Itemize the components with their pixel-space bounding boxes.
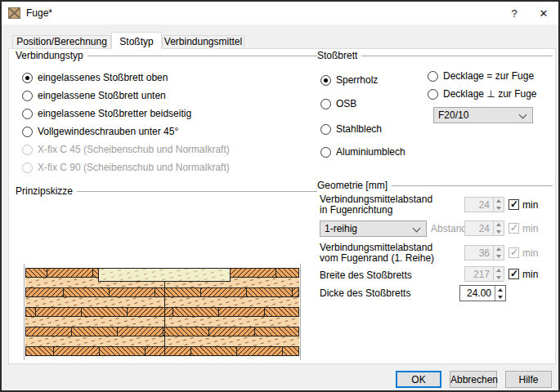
radio-decklage-senkrecht[interactable]: Decklage ⊥ zur Fuge bbox=[428, 87, 537, 100]
radio-icon bbox=[320, 124, 331, 135]
label-abstand-fugenrichtung: Verbindungsmittelabstandin Fugenrichtung bbox=[320, 194, 432, 216]
radio-xfix-c90: X-fix C 90 (Scheibenschub und Normalkraf… bbox=[22, 161, 230, 174]
close-icon[interactable]: ✕ bbox=[529, 2, 558, 24]
radio-icon bbox=[22, 163, 33, 173]
spinner-dicke-stossbrett[interactable]: 24.00 bbox=[459, 285, 506, 301]
spinner-abstand-reihe: 24 bbox=[464, 220, 504, 236]
checkbox-min-row1[interactable] bbox=[508, 199, 519, 210]
tab-position-berechnung[interactable]: Position/Berechnung bbox=[12, 35, 111, 48]
spinner-abstand-fugenrichtung: 24 bbox=[464, 197, 504, 212]
radio-stahlblech[interactable]: Stahlblech bbox=[320, 122, 382, 136]
spinner-down-icon bbox=[494, 205, 504, 212]
label-dicke-stossbrett: Dicke des Stoßbretts bbox=[320, 288, 410, 299]
fuge-dialog: Fuge* ? ✕ Position/Berechnung Stoßtyp Ve… bbox=[0, 0, 560, 392]
tab-page-stosstyp: Verbindungstyp eingelassenes Stoßbrett o… bbox=[8, 48, 556, 364]
help-titlebar-button[interactable]: ? bbox=[500, 2, 529, 24]
titlebar: Fuge* ? ✕ bbox=[2, 2, 558, 24]
radio-icon bbox=[22, 91, 33, 101]
radio-icon bbox=[22, 109, 33, 119]
spinner-down-icon bbox=[495, 293, 505, 301]
label-breite-stossbrett: Breite des Stoßbretts bbox=[320, 270, 412, 281]
spinner-breite-stossbrett: 217 bbox=[464, 266, 504, 282]
radio-aluminiumblech[interactable]: Aluminiumblech bbox=[320, 145, 405, 158]
spinner-up-icon bbox=[494, 198, 504, 205]
group-prinzipskizze: Prinzipskizze bbox=[16, 185, 317, 197]
spinner-up-icon bbox=[494, 246, 504, 253]
spinner-up-icon bbox=[494, 221, 504, 229]
checkbox-min-row3 bbox=[508, 247, 519, 258]
radio-icon bbox=[428, 71, 438, 82]
chevron-down-icon bbox=[413, 225, 420, 233]
spinner-down-icon bbox=[494, 253, 504, 261]
radio-icon bbox=[320, 75, 331, 86]
group-title: Stoßbrett bbox=[317, 50, 357, 61]
radio-vollgewindeschrauben[interactable]: Vollgewindeschrauben unter 45° bbox=[22, 125, 178, 138]
radio-icon bbox=[22, 145, 33, 155]
tab-stosstyp[interactable]: Stoßtyp bbox=[111, 32, 162, 49]
group-title: Verbindungstyp bbox=[16, 50, 83, 61]
window-title: Fuge* bbox=[26, 7, 52, 19]
label-abstand: Abstand bbox=[431, 224, 467, 234]
label-min: min bbox=[522, 247, 538, 259]
radio-icon bbox=[428, 89, 438, 100]
cancel-button[interactable]: Abbrechen bbox=[450, 371, 497, 388]
spinner-up-icon bbox=[495, 286, 505, 293]
radio-stossbrett-oben[interactable]: eingelassenes Stoßbrett oben bbox=[22, 71, 168, 84]
group-stossbrett: Stoßbrett bbox=[317, 50, 553, 61]
chevron-down-icon bbox=[519, 112, 526, 119]
radio-icon bbox=[320, 99, 331, 109]
radio-stossbretter-beidseitig[interactable]: eingelassene Stoßbretter beidseitig bbox=[22, 107, 191, 120]
help-button[interactable]: Hilfe bbox=[505, 371, 552, 388]
ok-button[interactable]: OK bbox=[396, 371, 441, 388]
radio-icon bbox=[22, 127, 33, 137]
radio-osb[interactable]: OSB bbox=[320, 97, 356, 110]
radio-decklage-parallel[interactable]: Decklage = zur Fuge bbox=[428, 69, 534, 82]
label-min: min bbox=[522, 223, 538, 234]
spinner-abstand-fugenrand: 36 bbox=[464, 245, 504, 261]
group-title: Geometrie [mm] bbox=[317, 180, 388, 191]
radio-icon bbox=[320, 147, 331, 158]
spinner-down-icon bbox=[494, 229, 504, 236]
checkbox-min-row2 bbox=[508, 223, 519, 234]
spinner-up-icon bbox=[494, 267, 504, 274]
grade-dropdown[interactable]: F20/10 bbox=[433, 107, 533, 123]
radio-stossbrett-unten[interactable]: eingelassene Stoßbrett unten bbox=[22, 89, 166, 102]
spinner-down-icon bbox=[494, 274, 504, 282]
radio-xfix-c45: X-fix C 45 (Scheibenschub und Normalkraf… bbox=[22, 143, 230, 156]
group-title: Prinzipskizze bbox=[16, 185, 73, 197]
group-verbindungstyp: Verbindungstyp bbox=[16, 50, 317, 61]
prinzipskizze-drawing bbox=[22, 262, 302, 362]
reihen-dropdown[interactable]: 1-reihig bbox=[320, 220, 427, 237]
group-geometrie: Geometrie [mm] bbox=[317, 180, 553, 191]
radio-sperrholz[interactable]: Sperrholz bbox=[320, 74, 378, 87]
label-min: min bbox=[522, 269, 538, 280]
window-icon bbox=[8, 7, 20, 19]
tab-verbindungsmittel[interactable]: Verbindungsmittel bbox=[162, 35, 244, 48]
radio-icon bbox=[22, 73, 33, 83]
label-abstand-fugenrand: Verbindungsmittelabstandvom Fugenrand (1… bbox=[320, 243, 434, 264]
checkbox-min-row4[interactable] bbox=[508, 269, 519, 279]
label-min: min bbox=[522, 199, 538, 211]
